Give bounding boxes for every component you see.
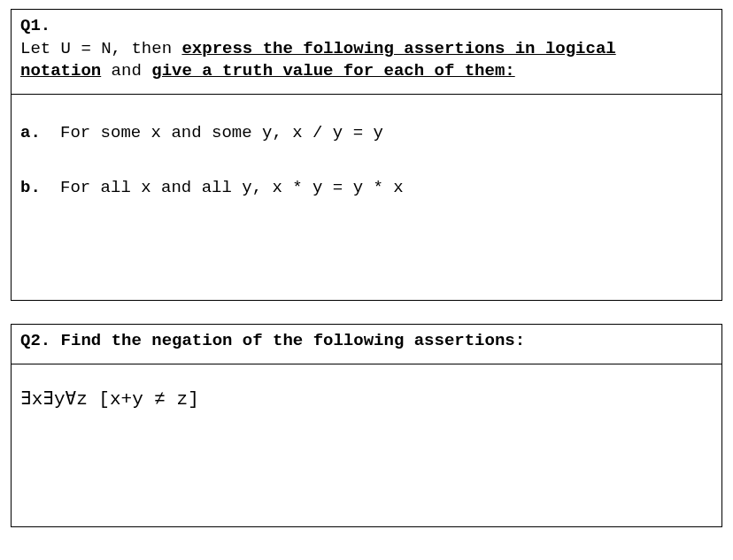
question-1-box: Q1. Let U = N, then express the followin… xyxy=(11,9,722,301)
q1-intro-underlined-1: express the following assertions in logi… xyxy=(181,39,615,58)
question-2-box: Q2. Find the negation of the following a… xyxy=(11,324,722,527)
q1-part-a-label: a. xyxy=(20,121,60,145)
q2-header: Q2. Find the negation of the following a… xyxy=(12,325,721,364)
q1-intro-plain-2: and xyxy=(101,61,151,81)
q1-intro-underlined-3: give a truth value for each of them: xyxy=(151,61,514,81)
q1-part-b: b. For all x and all y, x * y = y * x xyxy=(20,176,713,200)
q1-part-a-text: For some x and some y, x / y = y xyxy=(60,121,713,145)
q1-intro-underlined-2: notation xyxy=(20,61,101,81)
q1-header: Q1. Let U = N, then express the followin… xyxy=(12,10,721,94)
q1-part-a: a. For some x and some y, x / y = y xyxy=(20,121,713,145)
q1-body: a. For some x and some y, x / y = y b. F… xyxy=(12,95,721,239)
q2-expression: ∃x∃y∀z [x+y ≠ z] xyxy=(12,364,721,418)
q2-label: Q2. xyxy=(20,331,50,350)
q2-header-text: Find the negation of the following asser… xyxy=(50,331,525,350)
q1-part-b-label: b. xyxy=(20,176,60,200)
q1-part-b-text: For all x and all y, x * y = y * x xyxy=(60,176,713,200)
q1-intro-plain: Let U = N, then xyxy=(20,39,181,58)
q1-label: Q1. xyxy=(20,16,50,35)
